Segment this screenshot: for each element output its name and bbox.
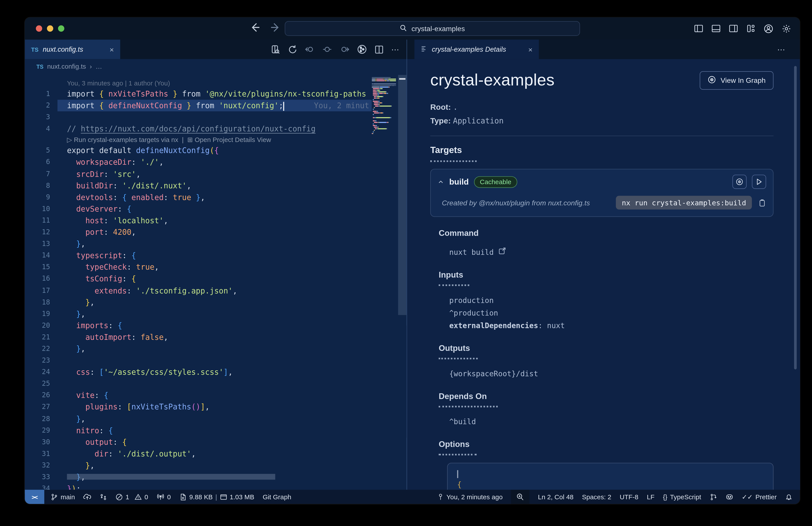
screen: crystal-examples TS nuxt.config.ts × <box>0 0 812 526</box>
code-line[interactable]: 28}, <box>25 413 372 425</box>
code-line[interactable]: 1import { nxViteTsPaths } from '@nx/vite… <box>25 88 372 100</box>
code-line[interactable]: 19}, <box>25 308 372 320</box>
minimize-window-button[interactable] <box>47 25 54 32</box>
code-line[interactable]: 32}, <box>25 459 372 471</box>
nav-back-icon[interactable] <box>249 22 261 33</box>
panel-more-actions-icon[interactable]: ⋯ <box>777 40 800 59</box>
external-link-icon[interactable] <box>498 246 506 259</box>
indentation-item[interactable]: Spaces: 2 <box>582 493 611 500</box>
run-target-button[interactable] <box>752 175 766 189</box>
code-line[interactable]: 21autoImport: false, <box>25 331 372 343</box>
eol-item[interactable]: LF <box>647 493 654 500</box>
git-graph-item[interactable]: Git Graph <box>263 493 291 500</box>
code-line[interactable]: 6workspaceDir: './', <box>25 156 372 168</box>
editor-vertical-scrollbar[interactable] <box>398 75 406 315</box>
minimap[interactable] <box>372 76 396 193</box>
remote-indicator[interactable]: >< <box>25 490 44 504</box>
git-branch-item[interactable]: main <box>50 493 75 500</box>
change-indicator-icon[interactable] <box>322 44 332 54</box>
code-line[interactable]: 4// https://nuxt.com/docs/api/configurat… <box>25 123 372 135</box>
view-target-in-graph-button[interactable] <box>733 175 747 189</box>
code-line[interactable]: 17extends: './tsconfig.app.json', <box>25 285 372 296</box>
code-line[interactable]: 9devtools: { enabled: true }, <box>25 191 372 203</box>
tab-project-details[interactable]: crystal-examples Details × <box>415 40 539 59</box>
code-line[interactable]: 16tsConfig: { <box>25 273 372 285</box>
sync-icon[interactable] <box>710 493 717 500</box>
maximize-window-button[interactable] <box>58 25 64 32</box>
code-line[interactable]: 7srcDir: 'src', <box>25 168 372 180</box>
code-line[interactable]: 30output: { <box>25 436 372 448</box>
prettier-item[interactable]: ✓✓Prettier <box>742 493 777 501</box>
zoom-indicator[interactable] <box>511 490 530 504</box>
settings-gear-icon[interactable] <box>781 24 791 33</box>
command-center-search[interactable]: crystal-examples <box>285 21 580 36</box>
problems-item[interactable]: 1 0 <box>116 493 148 500</box>
command-value[interactable]: nuxt build <box>449 246 773 259</box>
code-line[interactable]: 13}, <box>25 238 372 250</box>
publish-icon[interactable] <box>83 493 91 501</box>
breadcrumb-file[interactable]: nuxt.config.ts <box>47 63 86 70</box>
editor-more-actions-icon[interactable]: ⋯ <box>391 45 400 54</box>
code-lines[interactable]: You, 3 minutes ago | 1 author (You)1impo… <box>25 74 372 490</box>
breadcrumb-more[interactable]: … <box>96 63 102 70</box>
code-line[interactable]: 3 <box>25 112 372 123</box>
code-line[interactable]: 8buildDir: './dist/.nuxt', <box>25 180 372 191</box>
code-line[interactable]: 12port: 4200, <box>25 226 372 238</box>
code-line[interactable]: 27plugins: [nxViteTsPaths()], <box>25 401 372 413</box>
options-json-editor[interactable]: { "cwd": "."} <box>447 463 773 490</box>
blame-item[interactable]: You, 2 minutes ago <box>437 493 503 500</box>
file-size-item[interactable]: 9.88 KB | 1.03 MB <box>179 493 254 500</box>
copy-command-icon[interactable] <box>758 199 766 207</box>
inputs-heading: Inputs <box>439 270 773 286</box>
code-line[interactable]: 14typescript: { <box>25 250 372 261</box>
code-editor[interactable]: You, 3 minutes ago | 1 author (You)1impo… <box>25 74 406 490</box>
code-line[interactable]: 22}, <box>25 343 372 355</box>
code-line[interactable]: 34}); <box>25 483 372 490</box>
code-line[interactable]: 29nitro: { <box>25 425 372 436</box>
close-tab-icon[interactable]: × <box>523 45 533 54</box>
git-graph-icon[interactable] <box>357 44 367 54</box>
code-line[interactable]: 18}, <box>25 296 372 308</box>
code-line[interactable]: 25 <box>25 378 372 390</box>
breadcrumb[interactable]: TS nuxt.config.ts › … <box>25 59 406 74</box>
code-line[interactable]: 11host: 'localhost', <box>25 215 372 226</box>
customize-layout-icon[interactable] <box>746 24 755 33</box>
toggle-secondary-sidebar-icon[interactable] <box>729 24 738 33</box>
ports-item[interactable]: 0 <box>157 493 171 501</box>
close-tab-icon[interactable]: × <box>104 45 114 54</box>
panel-scrollbar[interactable] <box>794 66 797 369</box>
code-line[interactable]: 24css: ['~/assets/css/styles.scss'], <box>25 366 372 378</box>
git-actions-icon[interactable] <box>100 493 107 500</box>
split-editor-icon[interactable] <box>375 45 384 54</box>
code-line[interactable]: 10devServer: { <box>25 203 372 215</box>
code-line[interactable]: 31dir: './dist/.output', <box>25 448 372 459</box>
previous-change-icon[interactable] <box>305 44 315 54</box>
nav-forward-icon[interactable] <box>270 22 281 33</box>
code-line[interactable]: 5export default defineNuxtConfig({ <box>25 145 372 157</box>
account-icon[interactable] <box>764 24 773 33</box>
toggle-primary-sidebar-icon[interactable] <box>694 24 704 33</box>
editor-horizontal-scrollbar[interactable] <box>67 474 275 480</box>
close-window-button[interactable] <box>36 25 42 32</box>
collapse-chevron-icon[interactable] <box>437 179 444 185</box>
notifications-bell-icon[interactable] <box>785 493 792 500</box>
next-change-icon[interactable] <box>339 44 349 54</box>
code-line[interactable]: 2import { defineNuxtConfig } from 'nuxt/… <box>25 100 372 112</box>
view-in-graph-button[interactable]: View In Graph <box>699 71 773 89</box>
blame-row[interactable]: You, 3 minutes ago | 1 author (You) <box>25 78 372 88</box>
target-name[interactable]: build <box>449 177 469 187</box>
refresh-icon[interactable] <box>288 45 298 54</box>
run-command-chip[interactable]: nx run crystal-examples:build <box>616 196 752 210</box>
copilot-icon[interactable] <box>725 493 734 501</box>
codelens-row[interactable]: ▷ Run crystal-examples targets via nx | … <box>25 135 372 145</box>
toggle-panel-icon[interactable] <box>711 24 721 33</box>
cursor-position-item[interactable]: Ln 2, Col 48 <box>538 493 574 500</box>
open-project-details-icon[interactable] <box>271 45 280 54</box>
code-line[interactable]: 23 <box>25 355 372 366</box>
code-line[interactable]: 26vite: { <box>25 389 372 401</box>
encoding-item[interactable]: UTF-8 <box>620 493 639 500</box>
tab-nuxt-config[interactable]: TS nuxt.config.ts × <box>25 40 120 59</box>
language-mode-item[interactable]: {}TypeScript <box>663 493 701 500</box>
code-line[interactable]: 20imports: { <box>25 320 372 331</box>
code-line[interactable]: 15typeCheck: true, <box>25 261 372 273</box>
